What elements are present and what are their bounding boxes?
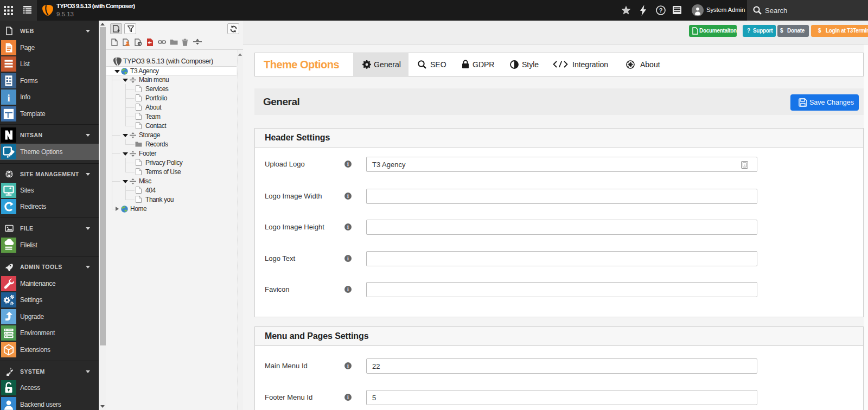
svg-text:i: i	[7, 93, 10, 104]
svg-text:?: ?	[659, 7, 663, 14]
